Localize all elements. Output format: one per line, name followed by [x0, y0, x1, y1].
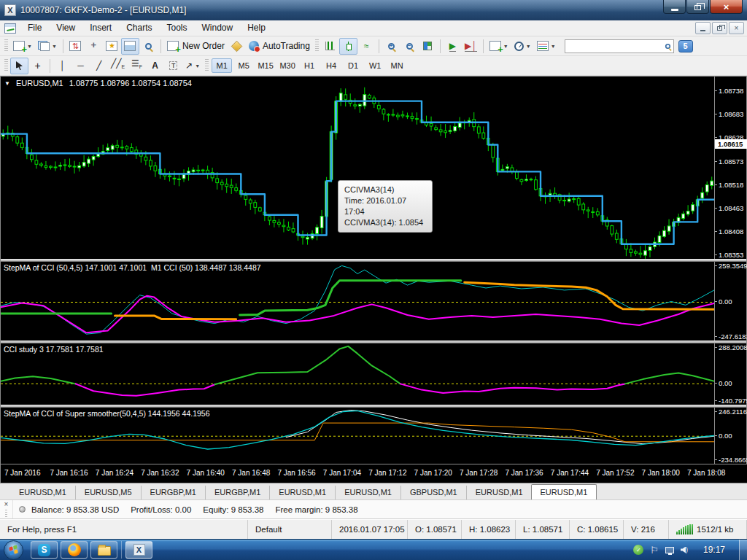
menu-insert[interactable]: Insert: [82, 20, 119, 36]
profiles-button[interactable]: ▼: [35, 38, 60, 55]
auto-scroll-button[interactable]: ▶: [444, 38, 462, 55]
timeframe-m15[interactable]: M15: [255, 58, 276, 73]
equidistant-channel-button[interactable]: ╱╱E: [108, 58, 128, 74]
search-icon[interactable]: [665, 43, 670, 48]
search-input[interactable]: [568, 41, 665, 52]
mdi-close-button[interactable]: ×: [729, 22, 744, 34]
taskbar-firefox-button[interactable]: [61, 541, 88, 559]
chart-tab[interactable]: EURUSD,M1: [10, 486, 75, 499]
action-center-icon[interactable]: ⚐: [650, 545, 659, 555]
toolbar-grip[interactable]: [315, 39, 319, 52]
terminal-button[interactable]: [121, 38, 139, 55]
timeframe-h4[interactable]: H4: [321, 58, 341, 73]
chart-tab[interactable]: GBPUSD,M1: [400, 486, 466, 499]
time-axis[interactable]: 7 Jan 20167 Jan 16:167 Jan 16:247 Jan 16…: [1, 464, 747, 483]
taskbar-mt4-button[interactable]: X: [125, 541, 152, 559]
indicator-plot[interactable]: StepMA of CCI (50,4,5) 147.1001 47.1001 …: [1, 262, 714, 341]
new-chart-button[interactable]: ▼: [10, 38, 35, 55]
indicator-plot[interactable]: StepMA of CCI of Super smoother(50,4,5) …: [1, 408, 714, 464]
timeframe-m5[interactable]: M5: [233, 58, 254, 73]
crosshair-tool-button[interactable]: +: [28, 58, 47, 74]
candlestick-chart-button[interactable]: [339, 38, 357, 55]
horizontal-line-button[interactable]: ─: [71, 58, 90, 74]
timeframe-m30[interactable]: M30: [277, 58, 298, 73]
bar-chart-button[interactable]: [321, 38, 339, 55]
autotrading-button[interactable]: AutoTrading: [246, 38, 313, 55]
navigator-button[interactable]: ★: [103, 38, 121, 55]
data-window-button[interactable]: +: [85, 38, 103, 55]
main-chart-plot[interactable]: ▼ EURUSD,M1 1.08775 1.08796 1.08754 1.08…: [1, 77, 714, 259]
timeframe-w1[interactable]: W1: [365, 58, 385, 73]
timeframe-d1[interactable]: D1: [343, 58, 363, 73]
trendline-button[interactable]: ╱: [90, 58, 108, 74]
taskbar-clock[interactable]: 19:17: [703, 545, 725, 555]
start-button[interactable]: [4, 540, 23, 560]
price-axis-label: 1.08353: [719, 252, 743, 259]
minimize-button[interactable]: [663, 0, 686, 14]
network-icon[interactable]: [665, 547, 674, 553]
menu-window[interactable]: Window: [195, 20, 241, 36]
tile-windows-button[interactable]: [419, 38, 437, 55]
mdi-minimize-button[interactable]: [695, 22, 711, 34]
notifications-badge[interactable]: 5: [678, 40, 693, 52]
toolbar-grip[interactable]: [4, 39, 8, 52]
indicator-axis[interactable]: 246.21160.00-234.8665: [714, 408, 746, 464]
arrows-tool-button[interactable]: ↗▼: [182, 58, 203, 74]
price-axis-label: 1.08518: [719, 182, 743, 189]
timeframe-mn[interactable]: MN: [387, 58, 407, 73]
taskbar-skype-button[interactable]: S: [31, 541, 58, 559]
new-order-button[interactable]: New Order: [164, 38, 228, 55]
zoom-out-button[interactable]: −: [400, 38, 419, 55]
market-watch-button[interactable]: ⇅: [66, 38, 85, 55]
indicator-axis[interactable]: 259.35490.00-247.6183: [714, 262, 746, 341]
chart-shift-button[interactable]: ▶│: [462, 38, 480, 55]
line-chart-button[interactable]: ≈: [357, 38, 376, 55]
market-watch-icon: ⇅: [69, 41, 81, 51]
chart-tab[interactable]: EURUSD,M1: [335, 486, 400, 499]
antivirus-tray-icon[interactable]: ✓: [633, 545, 643, 555]
menu-file[interactable]: File: [20, 20, 49, 36]
cursor-tool-button[interactable]: [10, 58, 28, 74]
timeframe-m1[interactable]: M1: [212, 58, 232, 73]
menu-help[interactable]: Help: [240, 20, 273, 36]
restore-button[interactable]: [686, 0, 709, 14]
menu-charts[interactable]: Charts: [119, 20, 159, 36]
close-button[interactable]: ×: [710, 0, 743, 14]
chart-tab[interactable]: EURUSD,M1: [269, 486, 335, 499]
menu-view[interactable]: View: [49, 20, 82, 36]
volume-icon[interactable]: ): [681, 546, 688, 553]
templates-button[interactable]: ▼: [534, 38, 559, 55]
indicators-button[interactable]: ▼: [487, 38, 511, 55]
mdi-restore-button[interactable]: [712, 22, 727, 34]
chart-tab[interactable]: EURUSD,M5: [75, 486, 141, 499]
indicator-axis[interactable]: 288.20080.00-140.7975: [714, 343, 746, 405]
taskbar-explorer-button[interactable]: [90, 541, 117, 559]
terminal-grip[interactable]: [5, 510, 7, 517]
terminal-close-icon[interactable]: ×: [4, 501, 9, 508]
indicator-plot[interactable]: CCI study 3 17.7581 17.7581: [1, 343, 714, 405]
status-bar-time: 2016.01.07 17:05: [332, 520, 408, 539]
text-tool-button[interactable]: A: [146, 58, 164, 74]
chart-tab[interactable]: EURGBP,M1: [141, 486, 205, 499]
toolbar-grip[interactable]: [205, 59, 209, 72]
chart-tab[interactable]: EURGBP,M1: [205, 486, 269, 499]
fibonacci-button[interactable]: ☰F: [128, 58, 146, 74]
zoom-in-button[interactable]: +: [382, 38, 400, 55]
toolbar-grip[interactable]: [4, 59, 8, 72]
status-connection: 1512/1 kb: [669, 520, 747, 539]
strategy-tester-button[interactable]: [139, 38, 158, 55]
menu-tools[interactable]: Tools: [160, 20, 195, 36]
periods-button[interactable]: ▼: [511, 38, 534, 55]
chart-tab[interactable]: EURUSD,M1: [466, 486, 532, 499]
status-profile[interactable]: Default: [248, 520, 332, 539]
toolbar-separator: [63, 39, 63, 53]
timeframe-h1[interactable]: H1: [299, 58, 320, 73]
chevron-down-icon[interactable]: ▼: [4, 80, 10, 87]
vertical-line-button[interactable]: │: [53, 58, 71, 74]
show-desktop-button[interactable]: [739, 540, 747, 560]
window-title: 10007807: GKFX-Demo-2 - [EURUSD,M1]: [20, 5, 186, 15]
chart-tab[interactable]: EURUSD,M1: [531, 484, 597, 499]
price-axis[interactable]: 1.087381.086831.086281.085731.085181.084…: [714, 77, 746, 259]
text-label-button[interactable]: T: [164, 58, 182, 74]
metaeditor-button[interactable]: [228, 38, 246, 55]
